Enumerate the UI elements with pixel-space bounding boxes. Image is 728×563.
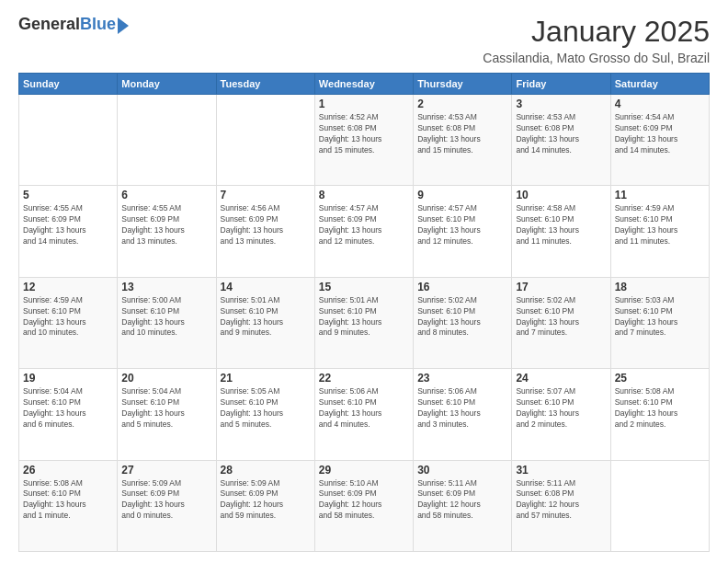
calendar-cell: 18Sunrise: 5:03 AM Sunset: 6:10 PM Dayli…: [610, 277, 709, 368]
calendar-cell: 24Sunrise: 5:07 AM Sunset: 6:10 PM Dayli…: [512, 369, 610, 460]
page: General Blue January 2025 Cassilandia, M…: [0, 0, 728, 563]
calendar-cell: 15Sunrise: 5:01 AM Sunset: 6:10 PM Dayli…: [314, 277, 413, 368]
calendar-subtitle: Cassilandia, Mato Grosso do Sul, Brazil: [483, 51, 710, 65]
calendar-cell: 5Sunrise: 4:55 AM Sunset: 6:09 PM Daylig…: [19, 186, 118, 277]
day-info: Sunrise: 5:01 AM Sunset: 6:10 PM Dayligh…: [221, 295, 311, 339]
day-number: 28: [221, 464, 311, 477]
day-number: 8: [319, 189, 409, 201]
day-number: 6: [121, 189, 211, 201]
day-number: 10: [516, 189, 606, 201]
day-info: Sunrise: 5:09 AM Sunset: 6:09 PM Dayligh…: [221, 478, 311, 523]
calendar-cell: 25Sunrise: 5:08 AM Sunset: 6:10 PM Dayli…: [610, 369, 709, 460]
day-number: 18: [615, 281, 705, 293]
day-info: Sunrise: 5:11 AM Sunset: 6:08 PM Dayligh…: [516, 478, 606, 523]
calendar-body: 1Sunrise: 4:52 AM Sunset: 6:08 PM Daylig…: [19, 95, 710, 552]
day-number: 2: [417, 98, 507, 110]
calendar-cell: [610, 460, 709, 551]
day-number: 31: [516, 464, 606, 477]
calendar-cell: 30Sunrise: 5:11 AM Sunset: 6:09 PM Dayli…: [414, 460, 512, 551]
day-number: 30: [417, 464, 507, 477]
weekday-header-sunday: Sunday: [19, 74, 118, 95]
day-info: Sunrise: 5:09 AM Sunset: 6:09 PM Dayligh…: [121, 478, 211, 523]
calendar-cell: 10Sunrise: 4:58 AM Sunset: 6:10 PM Dayli…: [512, 186, 610, 277]
day-info: Sunrise: 4:56 AM Sunset: 6:09 PM Dayligh…: [221, 203, 311, 247]
day-info: Sunrise: 5:06 AM Sunset: 6:10 PM Dayligh…: [319, 386, 409, 431]
title-section: January 2025 Cassilandia, Mato Grosso do…: [483, 15, 710, 65]
day-number: 5: [23, 189, 113, 201]
day-number: 17: [516, 281, 606, 293]
day-number: 15: [319, 281, 409, 293]
calendar-cell: 21Sunrise: 5:05 AM Sunset: 6:10 PM Dayli…: [216, 369, 314, 460]
calendar-cell: [118, 95, 216, 186]
calendar-cell: 14Sunrise: 5:01 AM Sunset: 6:10 PM Dayli…: [216, 277, 314, 368]
day-number: 19: [23, 372, 113, 385]
day-number: 25: [615, 372, 705, 385]
day-number: 20: [121, 372, 211, 385]
day-info: Sunrise: 4:58 AM Sunset: 6:10 PM Dayligh…: [516, 203, 606, 247]
weekday-header-monday: Monday: [118, 74, 216, 95]
calendar-cell: 28Sunrise: 5:09 AM Sunset: 6:09 PM Dayli…: [216, 460, 314, 551]
calendar-cell: 12Sunrise: 4:59 AM Sunset: 6:10 PM Dayli…: [19, 277, 118, 368]
weekday-header-friday: Friday: [512, 74, 610, 95]
day-number: 12: [23, 281, 113, 293]
day-info: Sunrise: 5:11 AM Sunset: 6:09 PM Dayligh…: [417, 478, 507, 523]
calendar-cell: 20Sunrise: 5:04 AM Sunset: 6:10 PM Dayli…: [118, 369, 216, 460]
day-number: 13: [121, 281, 211, 293]
calendar-cell: 22Sunrise: 5:06 AM Sunset: 6:10 PM Dayli…: [314, 369, 413, 460]
calendar-cell: 3Sunrise: 4:53 AM Sunset: 6:08 PM Daylig…: [512, 95, 610, 186]
calendar-cell: 17Sunrise: 5:02 AM Sunset: 6:10 PM Dayli…: [512, 277, 610, 368]
day-number: 22: [319, 372, 409, 385]
calendar-cell: 27Sunrise: 5:09 AM Sunset: 6:09 PM Dayli…: [118, 460, 216, 551]
day-info: Sunrise: 4:53 AM Sunset: 6:08 PM Dayligh…: [516, 112, 606, 156]
calendar-cell: 9Sunrise: 4:57 AM Sunset: 6:10 PM Daylig…: [414, 186, 512, 277]
week-row-5: 26Sunrise: 5:08 AM Sunset: 6:10 PM Dayli…: [19, 460, 710, 551]
calendar-cell: 1Sunrise: 4:52 AM Sunset: 6:08 PM Daylig…: [314, 95, 413, 186]
day-number: 11: [615, 189, 705, 201]
day-info: Sunrise: 5:01 AM Sunset: 6:10 PM Dayligh…: [319, 295, 409, 339]
day-info: Sunrise: 4:53 AM Sunset: 6:08 PM Dayligh…: [417, 112, 507, 156]
day-info: Sunrise: 4:57 AM Sunset: 6:09 PM Dayligh…: [319, 203, 409, 247]
calendar-cell: 29Sunrise: 5:10 AM Sunset: 6:09 PM Dayli…: [314, 460, 413, 551]
day-number: 14: [221, 281, 311, 293]
day-info: Sunrise: 4:57 AM Sunset: 6:10 PM Dayligh…: [417, 203, 507, 247]
weekday-header-wednesday: Wednesday: [314, 74, 413, 95]
logo: General Blue: [18, 15, 129, 34]
header: General Blue January 2025 Cassilandia, M…: [18, 15, 710, 65]
day-number: 29: [319, 464, 409, 477]
day-info: Sunrise: 5:05 AM Sunset: 6:10 PM Dayligh…: [221, 386, 311, 431]
day-number: 23: [417, 372, 507, 385]
day-info: Sunrise: 4:55 AM Sunset: 6:09 PM Dayligh…: [121, 203, 211, 247]
logo-arrow-icon: [118, 17, 129, 34]
day-number: 7: [221, 189, 311, 201]
calendar-cell: 6Sunrise: 4:55 AM Sunset: 6:09 PM Daylig…: [118, 186, 216, 277]
day-number: 4: [615, 98, 705, 110]
day-info: Sunrise: 5:08 AM Sunset: 6:10 PM Dayligh…: [23, 478, 113, 523]
weekday-header-saturday: Saturday: [610, 74, 709, 95]
day-info: Sunrise: 5:02 AM Sunset: 6:10 PM Dayligh…: [516, 295, 606, 339]
day-info: Sunrise: 4:54 AM Sunset: 6:09 PM Dayligh…: [615, 112, 705, 156]
day-number: 21: [221, 372, 311, 385]
weekday-header-thursday: Thursday: [414, 74, 512, 95]
calendar-table: SundayMondayTuesdayWednesdayThursdayFrid…: [18, 73, 710, 552]
calendar-cell: [19, 95, 118, 186]
logo-general-text: General: [18, 15, 80, 34]
calendar-cell: 26Sunrise: 5:08 AM Sunset: 6:10 PM Dayli…: [19, 460, 118, 551]
calendar-cell: 16Sunrise: 5:02 AM Sunset: 6:10 PM Dayli…: [414, 277, 512, 368]
day-info: Sunrise: 5:04 AM Sunset: 6:10 PM Dayligh…: [121, 386, 211, 431]
calendar-cell: 23Sunrise: 5:06 AM Sunset: 6:10 PM Dayli…: [414, 369, 512, 460]
calendar-cell: [216, 95, 314, 186]
day-info: Sunrise: 5:02 AM Sunset: 6:10 PM Dayligh…: [417, 295, 507, 339]
week-row-3: 12Sunrise: 4:59 AM Sunset: 6:10 PM Dayli…: [19, 277, 710, 368]
calendar-cell: 19Sunrise: 5:04 AM Sunset: 6:10 PM Dayli…: [19, 369, 118, 460]
day-info: Sunrise: 5:06 AM Sunset: 6:10 PM Dayligh…: [417, 386, 507, 431]
week-row-2: 5Sunrise: 4:55 AM Sunset: 6:09 PM Daylig…: [19, 186, 710, 277]
calendar-cell: 31Sunrise: 5:11 AM Sunset: 6:08 PM Dayli…: [512, 460, 610, 551]
day-info: Sunrise: 4:59 AM Sunset: 6:10 PM Dayligh…: [23, 295, 113, 339]
week-row-4: 19Sunrise: 5:04 AM Sunset: 6:10 PM Dayli…: [19, 369, 710, 460]
day-number: 27: [121, 464, 211, 477]
weekday-row: SundayMondayTuesdayWednesdayThursdayFrid…: [19, 74, 710, 95]
day-number: 26: [23, 464, 113, 477]
day-number: 24: [516, 372, 606, 385]
calendar-title: January 2025: [483, 15, 710, 49]
day-info: Sunrise: 5:00 AM Sunset: 6:10 PM Dayligh…: [121, 295, 211, 339]
